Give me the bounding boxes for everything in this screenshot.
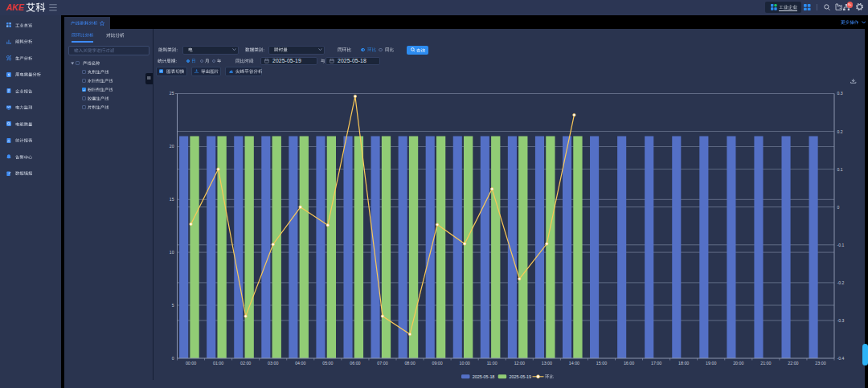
- svg-text:00:00: 00:00: [186, 361, 196, 366]
- svg-text:13:00: 13:00: [542, 361, 552, 366]
- svg-text:08:00: 08:00: [404, 361, 415, 366]
- svg-text:18:00: 18:00: [678, 361, 689, 366]
- svg-text:20: 20: [170, 144, 174, 149]
- svg-text:03:00: 03:00: [268, 361, 278, 366]
- svg-text:15:00: 15:00: [596, 361, 607, 366]
- svg-text:02:00: 02:00: [240, 361, 251, 366]
- svg-text:0: 0: [172, 356, 174, 361]
- svg-text:10:00: 10:00: [460, 361, 470, 366]
- svg-text:14:00: 14:00: [569, 361, 579, 366]
- svg-text:23:00: 23:00: [815, 361, 825, 366]
- svg-text:11:00: 11:00: [487, 361, 497, 366]
- svg-text:2025-05-18: 2025-05-18: [473, 374, 495, 379]
- svg-text:06:00: 06:00: [350, 361, 360, 366]
- svg-text:19:00: 19:00: [706, 361, 716, 366]
- svg-text:0.3: 0.3: [837, 91, 843, 96]
- svg-text:0: 0: [837, 205, 840, 210]
- svg-text:01:00: 01:00: [213, 361, 223, 366]
- svg-text:0.2: 0.2: [837, 129, 843, 134]
- svg-text:09:00: 09:00: [432, 361, 442, 366]
- svg-text:12:00: 12:00: [514, 361, 525, 366]
- svg-text:22:00: 22:00: [788, 361, 798, 366]
- svg-text:21:00: 21:00: [760, 361, 771, 366]
- svg-text:07:00: 07:00: [377, 361, 387, 366]
- svg-text:10: 10: [170, 250, 174, 255]
- svg-text:-0.2: -0.2: [837, 280, 845, 285]
- svg-text:20:00: 20:00: [733, 361, 743, 366]
- svg-text:-0.3: -0.3: [837, 318, 845, 323]
- svg-text:2025-05-19: 2025-05-19: [510, 374, 532, 379]
- svg-text:04:00: 04:00: [295, 361, 305, 366]
- svg-text:17:00: 17:00: [651, 361, 661, 366]
- svg-text:-0.1: -0.1: [837, 243, 845, 247]
- svg-text:05:00: 05:00: [322, 361, 333, 366]
- svg-text:16:00: 16:00: [624, 361, 634, 366]
- svg-text:0.1: 0.1: [837, 167, 843, 172]
- svg-text:5: 5: [172, 303, 174, 308]
- svg-text:15: 15: [170, 197, 174, 202]
- svg-text:-0.4: -0.4: [837, 356, 845, 361]
- svg-text:25: 25: [170, 91, 174, 96]
